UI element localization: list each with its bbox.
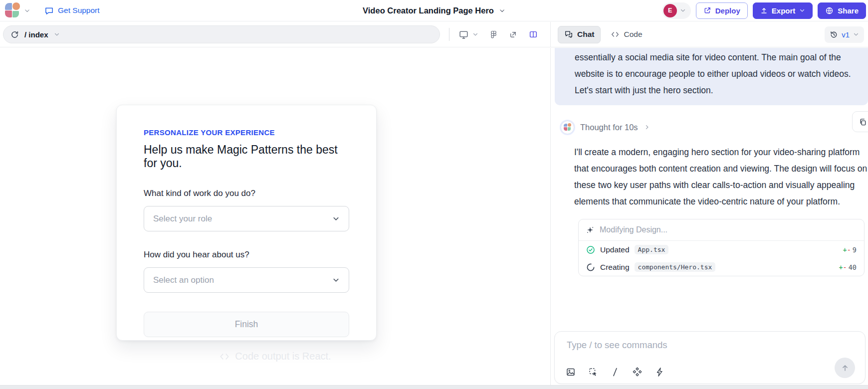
top-bar: Get Support Video Creator Landing Page H… (0, 0, 868, 21)
chat-toolbar: Chat Code v1 (551, 22, 868, 47)
route-chevron-down-icon[interactable] (54, 31, 60, 37)
check-circle-icon (586, 245, 595, 254)
split-panel-toggle-icon[interactable] (529, 30, 538, 39)
export-button[interactable]: Export (753, 2, 813, 19)
share-button[interactable]: Share (818, 2, 866, 19)
modal-title: Help us make Magic Patterns the best for… (144, 143, 349, 170)
magic-patterns-logo[interactable] (5, 3, 20, 18)
magic-patterns-app: Get Support Video Creator Landing Page H… (0, 0, 868, 389)
project-title-group[interactable]: Video Creator Landing Page Hero (363, 6, 505, 15)
deploy-button[interactable]: Deploy (696, 2, 748, 19)
preview-toolbar: / index (0, 22, 551, 47)
assistant-message: I'll create a modern, engaging hero sect… (574, 144, 868, 210)
avatar: E (663, 4, 677, 17)
finish-button[interactable]: Finish (144, 312, 349, 337)
toolbar-row: / index (0, 22, 868, 47)
upload-icon (760, 7, 768, 14)
figma-icon[interactable] (490, 30, 497, 39)
diff-stats: +-40 (839, 263, 857, 271)
diff-plus: + (843, 246, 847, 254)
deploy-label: Deploy (715, 6, 740, 15)
tab-code[interactable]: Code (611, 30, 642, 39)
activity-header-label: Modifying Design... (600, 225, 667, 234)
account-chevron-down-icon (680, 7, 686, 13)
device-preview-toggle[interactable] (458, 29, 478, 40)
copy-message-button[interactable] (852, 111, 868, 132)
code-brackets-icon (611, 30, 620, 39)
select-element-icon[interactable] (588, 367, 598, 377)
preview-canvas: PERSONALIZE YOUR EXPERIENCE Help us make… (0, 48, 551, 385)
external-link-icon (703, 6, 711, 14)
activity-status: Updated (600, 245, 630, 254)
toolbar-divider (449, 28, 449, 41)
sparkle-icon (586, 226, 594, 234)
export-chevron-down-icon (799, 7, 805, 13)
diff-count: 9 (853, 246, 857, 254)
user-message-last-line: Let's start with just the hero section. (575, 82, 857, 99)
chat-panel: that lets creators upload and share thei… (551, 48, 868, 385)
diff-count: 40 (849, 263, 857, 271)
chat-input-tools (566, 367, 664, 377)
activity-header: Modifying Design... (579, 219, 864, 241)
get-support-label: Get Support (58, 6, 100, 15)
tab-code-label: Code (624, 30, 642, 39)
preview-tools (458, 29, 538, 40)
window-bottom-edge (0, 385, 868, 389)
user-message-bubble: that lets creators upload and share thei… (555, 48, 868, 105)
activity-file-chip: components/Hero.tsx (635, 262, 716, 272)
project-title-chevron-down-icon (499, 7, 505, 14)
main-area: PERSONALIZE YOUR EXPERIENCE Help us make… (0, 48, 868, 385)
version-selector[interactable]: v1 (825, 26, 864, 43)
modal-eyebrow: PERSONALIZE YOUR EXPERIENCE (144, 128, 349, 137)
referral-question-label: How did you hear about us? (144, 250, 349, 260)
version-label: v1 (842, 30, 850, 39)
share-label: Share (838, 6, 859, 15)
tab-chat[interactable]: Chat (558, 26, 601, 43)
role-select[interactable]: Select your role (144, 206, 349, 231)
code-brackets-icon (219, 351, 230, 362)
slash-command-icon[interactable] (611, 367, 620, 377)
thought-row[interactable]: Thought for 10s (561, 120, 868, 134)
thought-expand-chevron-right-icon[interactable] (644, 124, 650, 130)
components-diamonds-icon[interactable] (632, 367, 643, 377)
logo-menu-chevron-down-icon[interactable] (24, 7, 30, 14)
send-message-button[interactable] (835, 358, 855, 378)
project-title: Video Creator Landing Page Hero (363, 6, 494, 15)
role-question-label: What kind of work do you do? (144, 189, 349, 198)
globe-icon (825, 6, 834, 15)
activity-row-updated[interactable]: Updated App.tsx +-9 (579, 241, 864, 258)
diff-plus: + (839, 263, 843, 271)
diff-minus: - (847, 246, 851, 254)
personalize-modal: PERSONALIZE YOUR EXPERIENCE Help us make… (116, 105, 377, 341)
canvas-footnote: Code output is React. (0, 351, 550, 362)
diff-stats: +-9 (843, 246, 857, 254)
history-icon (830, 30, 838, 39)
refresh-icon[interactable] (10, 30, 19, 39)
activity-file-chip: App.tsx (635, 245, 669, 254)
referral-select[interactable]: Select an option (144, 267, 349, 293)
footnote-text: Code output is React. (235, 351, 331, 362)
role-select-chevron-down-icon (332, 215, 340, 222)
magic-patterns-mini-logo (564, 124, 571, 131)
attach-image-icon[interactable] (566, 367, 576, 377)
account-menu[interactable]: E (662, 2, 691, 19)
diff-minus: - (843, 263, 847, 271)
open-in-new-window-icon[interactable] (509, 30, 517, 39)
tab-chat-label: Chat (577, 30, 594, 39)
chat-messages[interactable]: that lets creators upload and share thei… (551, 48, 868, 327)
chat-input[interactable] (567, 340, 825, 351)
route-bar[interactable]: / index (3, 25, 440, 43)
activity-card: Modifying Design... Updated App.tsx +-9 (578, 219, 865, 276)
top-bar-left: Get Support (5, 3, 100, 18)
spinner-icon (586, 263, 595, 272)
activity-row-creating[interactable]: Creating components/Hero.tsx +-40 (579, 258, 864, 276)
chat-input-box (554, 331, 866, 384)
support-chat-bubble-icon (44, 6, 54, 15)
lightning-bolt-icon[interactable] (655, 367, 664, 377)
assistant-avatar (561, 121, 574, 134)
thought-label: Thought for 10s (580, 123, 638, 132)
device-chevron-down-icon (472, 31, 478, 37)
top-bar-actions: E Deploy Export (662, 2, 866, 19)
role-select-placeholder: Select your role (153, 214, 212, 224)
get-support-link[interactable]: Get Support (44, 6, 100, 15)
